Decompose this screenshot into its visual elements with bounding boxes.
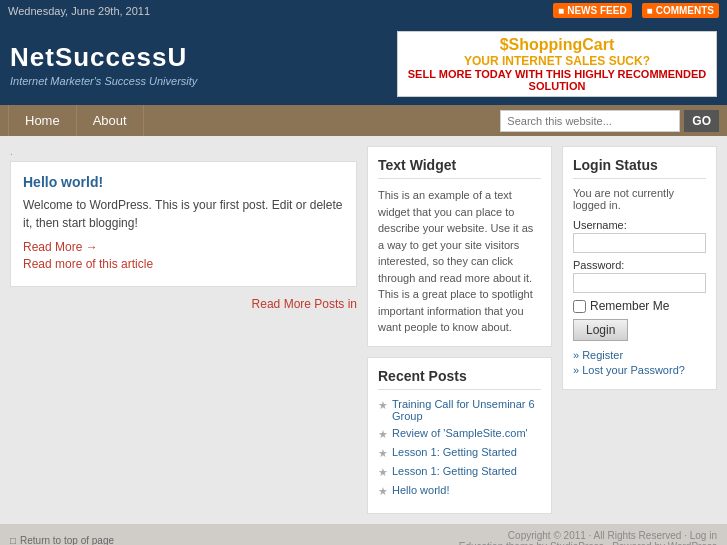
login-title: Login Status xyxy=(573,157,706,179)
recent-posts-title: Recent Posts xyxy=(378,368,541,390)
nav-home[interactable]: Home xyxy=(8,105,77,136)
register-link[interactable]: » Register xyxy=(573,349,706,361)
footer-right: Copyright © 2011 · All Rights Reserved ·… xyxy=(459,530,717,546)
search-bar: GO xyxy=(500,110,719,132)
ad-sub: SELL MORE TODAY WITH THIS HIGHLY RECOMME… xyxy=(406,68,708,92)
footer: □ Return to top of page Copyright © 2011… xyxy=(0,524,727,546)
header-ad[interactable]: $ShoppingCart YOUR INTERNET SALES SUCK? … xyxy=(397,31,717,97)
news-feed-btn[interactable]: ■ NEWS FEED xyxy=(553,3,632,18)
recent-posts-widget: Recent Posts ★Training Call for Unsemina… xyxy=(367,357,552,514)
text-widget: Text Widget This is an example of a text… xyxy=(367,146,552,347)
search-input[interactable] xyxy=(500,110,680,132)
dot-line: . xyxy=(10,146,357,157)
site-branding: NetSuccessU Internet Marketer's Success … xyxy=(10,42,197,87)
comments-btn[interactable]: ■ COMMENTS xyxy=(642,3,719,18)
remember-me-label: Remember Me xyxy=(590,299,669,313)
text-widget-title: Text Widget xyxy=(378,157,541,179)
nav-links: Home About xyxy=(8,105,144,136)
remember-me-row: Remember Me xyxy=(573,299,706,313)
read-more-article-link[interactable]: Read more of this article xyxy=(23,257,344,271)
list-item[interactable]: ★Training Call for Unseminar 6 Group xyxy=(378,398,541,422)
ad-headline: YOUR INTERNET SALES SUCK? xyxy=(406,54,708,68)
post-box: Hello world! Welcome to WordPress. This … xyxy=(10,161,357,287)
content-area: . Hello world! Welcome to WordPress. Thi… xyxy=(10,146,357,514)
post-bullet-icon: ★ xyxy=(378,466,388,479)
password-input[interactable] xyxy=(573,273,706,293)
main: . Hello world! Welcome to WordPress. Thi… xyxy=(0,136,727,524)
search-button[interactable]: GO xyxy=(684,110,719,132)
return-top-icon: □ xyxy=(10,535,16,545)
text-widget-body: This is an example of a text widget that… xyxy=(378,187,541,336)
theme-text: Education theme by StudioPress · Powered… xyxy=(459,541,717,546)
post-body: Welcome to WordPress. This is your first… xyxy=(23,196,344,232)
login-status-text: You are not currently logged in. xyxy=(573,187,706,211)
site-title[interactable]: NetSuccessU xyxy=(10,42,197,73)
post-bullet-icon: ★ xyxy=(378,399,388,412)
list-item[interactable]: ★Lesson 1: Getting Started xyxy=(378,465,541,479)
ad-brand-shop: $ShoppingCart xyxy=(500,36,615,53)
header: NetSuccessU Internet Marketer's Success … xyxy=(0,21,727,105)
read-more-posts[interactable]: Read More Posts in xyxy=(10,297,357,311)
post-title[interactable]: Hello world! xyxy=(23,174,344,190)
nav: Home About GO xyxy=(0,105,727,136)
list-item[interactable]: ★Hello world! xyxy=(378,484,541,498)
lost-password-link[interactable]: » Lost your Password? xyxy=(573,364,706,376)
ad-brand: $ShoppingCart xyxy=(406,36,708,54)
post-bullet-icon: ★ xyxy=(378,428,388,441)
recent-posts-list: ★Training Call for Unseminar 6 Group★Rev… xyxy=(378,398,541,498)
register-links: » Register » Lost your Password? xyxy=(573,349,706,376)
list-item[interactable]: ★Review of 'SampleSite.com' xyxy=(378,427,541,441)
right-sidebar: Login Status You are not currently logge… xyxy=(562,146,717,514)
copyright-text: Copyright © 2011 · All Rights Reserved ·… xyxy=(459,530,717,541)
date-label: Wednesday, June 29th, 2011 xyxy=(8,5,150,17)
list-item[interactable]: ★Lesson 1: Getting Started xyxy=(378,446,541,460)
post-bullet-icon: ★ xyxy=(378,447,388,460)
rss-icon: ■ xyxy=(558,5,564,16)
login-button[interactable]: Login xyxy=(573,319,628,341)
top-bar-right: ■ NEWS FEED ■ COMMENTS xyxy=(553,3,719,18)
comments-icon: ■ xyxy=(647,5,653,16)
read-more-link[interactable]: Read More → xyxy=(23,240,344,254)
username-label: Username: xyxy=(573,219,706,231)
nav-about[interactable]: About xyxy=(77,105,144,136)
return-to-top[interactable]: □ Return to top of page xyxy=(10,535,114,545)
post-bullet-icon: ★ xyxy=(378,485,388,498)
username-input[interactable] xyxy=(573,233,706,253)
remember-me-checkbox[interactable] xyxy=(573,300,586,313)
password-label: Password: xyxy=(573,259,706,271)
return-top-label: Return to top of page xyxy=(20,535,114,545)
middle-widget: Text Widget This is an example of a text… xyxy=(367,146,552,514)
top-bar: Wednesday, June 29th, 2011 ■ NEWS FEED ■… xyxy=(0,0,727,21)
site-tagline: Internet Marketer's Success University xyxy=(10,75,197,87)
login-widget: Login Status You are not currently logge… xyxy=(562,146,717,390)
